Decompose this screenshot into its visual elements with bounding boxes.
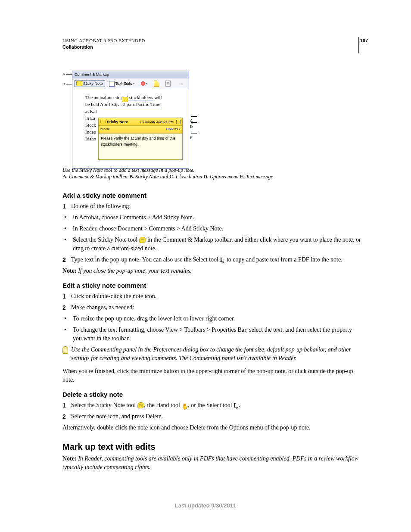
chevron-down-icon: ▾: [146, 82, 148, 85]
toolbar-grip[interactable]: ≡: [178, 81, 187, 87]
doc-line: The annual meeting of stockholders will: [85, 94, 184, 100]
step-number: 1: [62, 202, 71, 211]
popup-options-menu[interactable]: Options ▾: [166, 126, 181, 132]
stamp-button[interactable]: ▾: [139, 81, 150, 87]
step-number: 2: [62, 412, 71, 421]
step-text: Make changes, as needed:: [71, 303, 134, 312]
figure-caption: Use the Sticky Note tool to add a text m…: [62, 167, 360, 180]
highlight-icon: [154, 81, 159, 87]
sticky-note-popup: Sticky Note 7/25/2006 2:34:23 PM Nicole …: [98, 118, 183, 160]
step-number: 1: [62, 292, 71, 301]
step-text: Type text in the pop-up note. You can al…: [71, 255, 342, 264]
note-glyph-icon[interactable]: [122, 97, 128, 102]
hand-tool-icon: ✋: [181, 402, 188, 409]
select-tool-icon: [220, 257, 225, 263]
note-text: Note: In Reader, commenting tools are av…: [62, 454, 362, 472]
text-edits-label: Text Edits: [115, 81, 132, 86]
text-edits-icon: [109, 81, 115, 87]
step-number: 2: [62, 303, 71, 312]
select-tool-icon: [234, 402, 239, 408]
step-number: 2: [62, 255, 71, 264]
section-heading-edit: Edit a sticky note comment: [62, 281, 362, 290]
bullet-text: Select the Sticky Note tool in the Comme…: [73, 236, 362, 253]
body-content: Add a sticky note comment 1Do one of the…: [62, 185, 362, 475]
highlight-button[interactable]: [152, 80, 162, 87]
stamp-icon: [141, 81, 145, 86]
popup-close-button[interactable]: [176, 120, 181, 124]
paragraph: When you're finished, click the minimize…: [62, 367, 362, 384]
popup-header: Sticky Note 7/25/2006 2:34:23 PM: [99, 118, 182, 126]
comment-markup-toolbar: Sticky Note Text Edits ▾ ▾: [72, 78, 189, 89]
note-text: Note: If you close the pop-up note, your…: [62, 267, 362, 275]
bullet: •: [62, 326, 73, 343]
toolbar-window-title: Comment & Markup: [72, 71, 189, 78]
tip-block: Use the Commenting panel in the Preferen…: [62, 345, 362, 363]
figure: A B C D E Comment & Markup Sticky Note T…: [62, 70, 192, 161]
caption-line: Use the Sticky Note tool to add a text m…: [62, 167, 360, 174]
popup-author: Nicole: [100, 126, 110, 132]
caption-legend: A. Comment & Markup toolbar B. Sticky No…: [62, 174, 360, 180]
header-rule: [358, 37, 359, 53]
sticky-note-icon: [100, 120, 106, 124]
footer-updated: Last updated 9/30/2011: [0, 502, 411, 509]
lightbulb-icon: [62, 345, 71, 363]
attach-icon: [165, 81, 171, 87]
tip-text: Use the Commenting panel in the Preferen…: [71, 345, 362, 363]
page-number: 167: [360, 38, 368, 43]
step-number: 1: [62, 401, 71, 410]
popup-title: Sticky Note: [107, 119, 128, 125]
sticky-note-tool-label: Sticky Note: [83, 81, 103, 86]
doc-line: be held April 30, at 2 p.m. Pacific Time: [85, 101, 184, 107]
bullet-text: In Acrobat, choose Comments > Add Sticky…: [73, 213, 194, 222]
bullet: •: [62, 224, 73, 233]
section-heading-delete: Delete a sticky note: [62, 390, 362, 399]
figure-label-d: D: [190, 120, 198, 129]
bullet: •: [62, 236, 73, 253]
popup-message[interactable]: Please verify the actual day and time of…: [99, 134, 182, 159]
section-heading-add: Add a sticky note comment: [62, 191, 362, 200]
step-text: Select the note icon, and press Delete.: [71, 412, 163, 421]
step-text: Select the Sticky Note tool , the Hand t…: [71, 401, 240, 410]
sticky-note-icon: [139, 237, 146, 243]
section-heading-markup: Mark up text with edits: [62, 442, 362, 451]
popup-timestamp: 7/25/2006 2:34:23 PM: [140, 119, 174, 125]
document-preview: The annual meeting of stockholders will …: [72, 89, 189, 168]
attach-button[interactable]: [163, 80, 173, 87]
step-text: Do one of the following:: [71, 202, 131, 211]
bullet-text: To resize the pop-up note, drag the lowe…: [73, 314, 235, 323]
grip-icon: ≡: [181, 81, 185, 86]
popup-subheader: Nicole Options ▾: [99, 126, 182, 134]
sticky-note-icon: [76, 81, 82, 86]
figure-label-b: B: [62, 82, 73, 86]
figure-label-a: A: [62, 72, 73, 76]
sticky-note-tool-button[interactable]: Sticky Note: [74, 80, 105, 87]
step-text: Click or double-click the note icon.: [71, 292, 156, 301]
bullet: •: [62, 213, 73, 222]
chevron-down-icon: ▾: [133, 82, 135, 85]
running-head: USING ACROBAT 9 PRO EXTENDED: [62, 38, 145, 43]
paragraph: Alternatively, double-click the note ico…: [62, 423, 362, 432]
chevron-down-icon: ▾: [179, 128, 181, 131]
toolbar-window: Comment & Markup Sticky Note Text Edits …: [72, 71, 189, 169]
bullet-text: To change the text formatting, choose Vi…: [73, 326, 362, 343]
doc-line: at Kal: [85, 108, 184, 114]
bullet: •: [62, 314, 73, 323]
sticky-note-icon: [137, 402, 144, 408]
bullet-text: In Reader, choose Document > Comments > …: [73, 224, 223, 233]
figure-label-e: E: [190, 131, 198, 140]
text-edits-button[interactable]: Text Edits ▾: [107, 80, 137, 87]
running-head-section: Collaboration: [62, 44, 93, 50]
